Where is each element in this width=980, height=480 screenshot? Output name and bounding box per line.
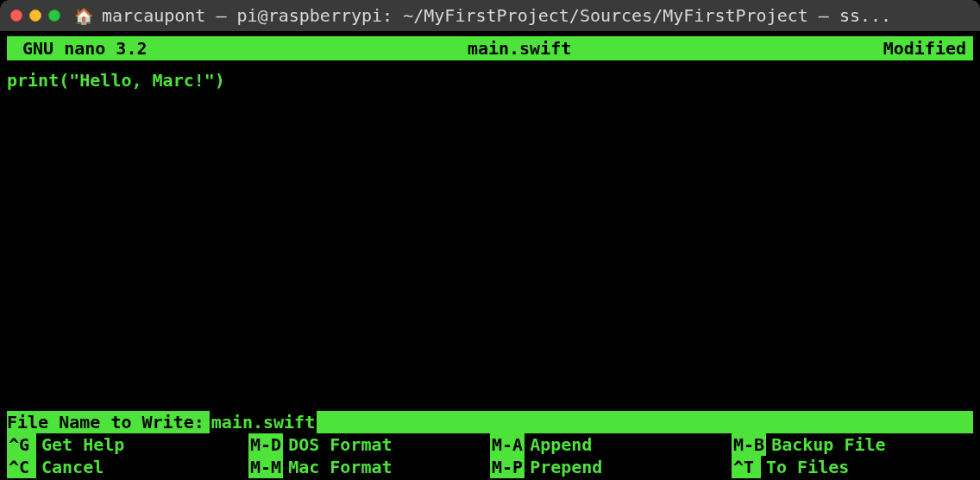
nano-filename: main.swift: [464, 36, 575, 60]
shortcut-mac-format[interactable]: M-M Mac Format: [248, 456, 490, 478]
fullscreen-icon[interactable]: [48, 9, 60, 22]
shortcut-bar: ^G Get Help M-D DOS Format M-A Append M-…: [7, 433, 973, 478]
close-icon[interactable]: [10, 9, 22, 22]
terminal-window: 🏠 marcaupont — pi@raspberrypi: ~/MyFirst…: [0, 0, 980, 480]
shortcut-append[interactable]: M-A Append: [490, 433, 732, 456]
shortcut-dos-format[interactable]: M-D DOS Format: [248, 433, 490, 456]
prompt-input[interactable]: main.swift: [210, 411, 317, 433]
titlebar: 🏠 marcaupont — pi@raspberrypi: ~/MyFirst…: [0, 0, 980, 31]
nano-status: Modified: [880, 36, 973, 60]
cursor: [317, 411, 327, 433]
shortcut-get-help[interactable]: ^G Get Help: [7, 433, 248, 456]
shortcut-to-files[interactable]: ^T To Files: [732, 456, 973, 478]
nano-header: GNU nano 3.2 main.swift Modified: [7, 36, 973, 60]
prompt-label: File Name to Write:: [7, 411, 210, 433]
save-prompt: File Name to Write: main.swift: [7, 411, 973, 433]
shortcut-prepend[interactable]: M-P Prepend: [490, 456, 732, 478]
window-controls: [10, 9, 60, 22]
nano-app-name: GNU nano 3.2: [7, 36, 160, 60]
shortcut-backup-file[interactable]: M-B Backup File: [732, 433, 973, 456]
terminal-viewport[interactable]: GNU nano 3.2 main.swift Modified print("…: [0, 31, 980, 480]
minimize-icon[interactable]: [29, 9, 41, 22]
window-title: marcaupont — pi@raspberrypi: ~/MyFirstPr…: [102, 5, 891, 26]
editor-content[interactable]: print("Hello, Marc!"): [7, 69, 973, 411]
home-icon: 🏠: [74, 7, 93, 25]
shortcut-cancel[interactable]: ^C Cancel: [7, 456, 248, 478]
